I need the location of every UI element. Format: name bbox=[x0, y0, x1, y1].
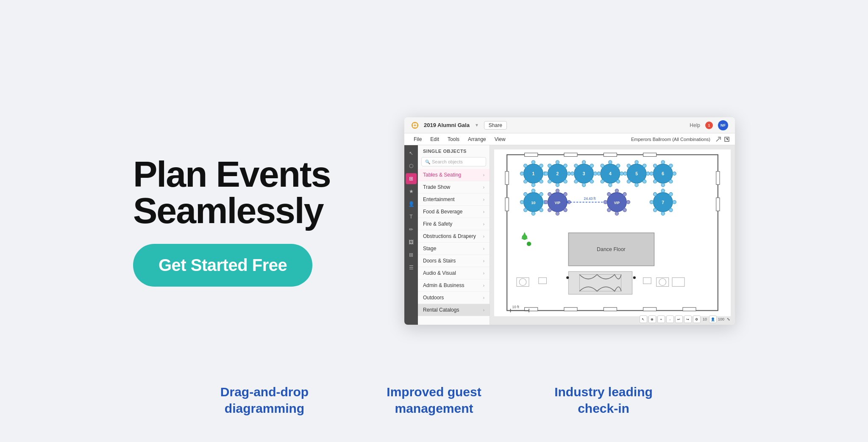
svg-point-50 bbox=[590, 180, 593, 183]
svg-text:6: 6 bbox=[662, 171, 664, 176]
svg-rect-138 bbox=[672, 278, 684, 287]
cta-button[interactable]: Get Started Free bbox=[133, 244, 312, 287]
svg-point-129 bbox=[527, 242, 531, 246]
redo-btn[interactable]: ↪ bbox=[684, 315, 692, 323]
svg-point-37 bbox=[548, 164, 551, 167]
svg-point-59 bbox=[601, 180, 604, 183]
panel-item-tables-seating[interactable]: Tables & Seating › bbox=[418, 169, 490, 181]
svg-point-53 bbox=[609, 160, 612, 164]
svg-point-55 bbox=[597, 172, 601, 175]
search-box[interactable]: 🔍 Search objects bbox=[421, 157, 486, 166]
canvas-toolbar: ↖ ⊕ + - ↩ ↪ ⚙ 10 👤 100 ⤡ bbox=[640, 315, 732, 323]
svg-point-46 bbox=[593, 172, 597, 175]
svg-point-28 bbox=[540, 164, 543, 167]
share-button[interactable]: Share bbox=[484, 121, 507, 130]
sidebar-shapes-tool[interactable]: ⬡ bbox=[406, 160, 417, 171]
user-avatar[interactable]: NF bbox=[718, 120, 728, 130]
main-container: Plan Events Seamlessly Get Started Free … bbox=[0, 0, 868, 442]
svg-point-124 bbox=[669, 208, 673, 212]
svg-rect-18 bbox=[604, 307, 617, 311]
svg-point-119 bbox=[650, 200, 653, 204]
zoom-out-btn[interactable]: - bbox=[666, 315, 674, 323]
svg-point-27 bbox=[524, 164, 527, 167]
chevron-right-icon: › bbox=[483, 222, 484, 227]
panel-item-food-beverage[interactable]: Food & Beverage › bbox=[418, 206, 490, 218]
sidebar-cursor-tool[interactable]: ↖ bbox=[406, 148, 417, 159]
svg-point-68 bbox=[643, 164, 646, 167]
app-menubar: File Edit Tools Arrange View Emperors Ba… bbox=[404, 133, 735, 145]
dropdown-icon[interactable]: ▼ bbox=[475, 123, 479, 127]
panel-item-entertainment[interactable]: Entertainment › bbox=[418, 193, 490, 206]
sidebar-tables-tool[interactable]: ⊞ bbox=[406, 173, 417, 184]
svg-point-65 bbox=[623, 172, 627, 175]
svg-point-43 bbox=[582, 160, 585, 164]
sidebar-text-tool[interactable]: T bbox=[406, 211, 417, 222]
settings-btn[interactable]: ⚙ bbox=[693, 315, 701, 323]
panel-item-trade-show[interactable]: Trade Show › bbox=[418, 181, 490, 193]
svg-text:2: 2 bbox=[556, 171, 559, 176]
menu-view[interactable]: View bbox=[490, 135, 510, 144]
menu-edit[interactable]: Edit bbox=[426, 135, 443, 144]
undo-btn[interactable]: ↩ bbox=[675, 315, 683, 323]
panel-item-fire-safety[interactable]: Fire & Safety › bbox=[418, 218, 490, 230]
chevron-right-icon: › bbox=[483, 210, 484, 214]
search-icon: 🔍 bbox=[425, 160, 430, 164]
svg-point-29 bbox=[524, 180, 527, 183]
zoom-fit-btn[interactable]: ⊕ bbox=[648, 315, 656, 323]
panel-item-audio-visual[interactable]: Audio & Visual › bbox=[418, 267, 490, 279]
menu-arrange[interactable]: Arrange bbox=[464, 135, 490, 144]
svg-text:VIP: VIP bbox=[555, 201, 561, 205]
svg-point-90 bbox=[540, 208, 543, 212]
panel-item-doors-stairs[interactable]: Doors & Stairs › bbox=[418, 255, 490, 267]
panel-item-label: Entertainment bbox=[423, 196, 455, 202]
svg-point-98 bbox=[564, 193, 567, 196]
panel-item-rental-catalogs[interactable]: Rental Catalogs › bbox=[418, 304, 490, 316]
svg-point-100 bbox=[564, 208, 567, 212]
svg-point-93 bbox=[556, 189, 559, 192]
svg-point-58 bbox=[616, 164, 620, 167]
sidebar-people-tool[interactable]: 👤 bbox=[406, 199, 417, 210]
help-link[interactable]: Help bbox=[690, 122, 700, 128]
canvas-title-label: Emperors Ballroom (All Combinations) bbox=[631, 137, 710, 142]
svg-rect-13 bbox=[564, 153, 577, 156]
svg-point-35 bbox=[544, 172, 548, 175]
sidebar-list-tool[interactable]: ☰ bbox=[406, 262, 417, 273]
panel-item-label: Outdoors bbox=[423, 295, 444, 301]
menu-tools[interactable]: Tools bbox=[443, 135, 464, 144]
expand-btn[interactable]: ⤡ bbox=[726, 316, 732, 322]
svg-point-56 bbox=[620, 172, 623, 175]
panel-item-label: Food & Beverage bbox=[423, 209, 462, 215]
menu-file[interactable]: File bbox=[409, 135, 426, 144]
canvas-inner: 1 bbox=[494, 149, 731, 316]
zoom-in-btn[interactable]: + bbox=[657, 315, 665, 323]
canvas-area[interactable]: 1 bbox=[490, 145, 735, 325]
panel-item-label: Rental Catalogs bbox=[423, 307, 459, 313]
svg-point-84 bbox=[531, 212, 535, 215]
features-section: Drag-and-drop diagramming Improved guest… bbox=[0, 384, 868, 417]
sidebar-grid-tool[interactable]: ⊞ bbox=[406, 249, 417, 260]
room-svg: 1 bbox=[494, 149, 731, 316]
app-project-title: 2019 Alumni Gala bbox=[424, 122, 470, 128]
svg-point-1 bbox=[414, 124, 416, 126]
cursor-tool-btn[interactable]: ↖ bbox=[640, 315, 647, 323]
sidebar-image-tool[interactable]: 🖼 bbox=[406, 237, 417, 248]
panel-item-outdoors[interactable]: Outdoors › bbox=[418, 292, 490, 304]
sidebar-pencil-tool[interactable]: ✏ bbox=[406, 224, 417, 235]
panel-item-admin-business[interactable]: Admin & Business › bbox=[418, 279, 490, 292]
export-icon bbox=[724, 136, 730, 142]
app-screenshot: 2019 Alumni Gala ▼ Share Help 1 NF File … bbox=[404, 117, 735, 325]
svg-point-67 bbox=[627, 164, 630, 167]
svg-point-48 bbox=[590, 164, 593, 167]
panel-item-stage[interactable]: Stage › bbox=[418, 243, 490, 255]
svg-text:7: 7 bbox=[662, 200, 664, 205]
svg-point-70 bbox=[643, 180, 646, 183]
panel-item-obstructions-drapery[interactable]: Obstructions & Drapery › bbox=[418, 230, 490, 243]
svg-point-85 bbox=[520, 200, 523, 204]
svg-point-33 bbox=[556, 160, 559, 164]
feature-guest-management: Improved guest management bbox=[349, 384, 519, 417]
person-icon-btn[interactable]: 👤 bbox=[709, 315, 717, 323]
sidebar-star-tool[interactable]: ★ bbox=[406, 186, 417, 197]
notification-badge[interactable]: 1 bbox=[705, 122, 713, 129]
svg-point-88 bbox=[540, 193, 543, 196]
svg-point-45 bbox=[571, 172, 574, 175]
